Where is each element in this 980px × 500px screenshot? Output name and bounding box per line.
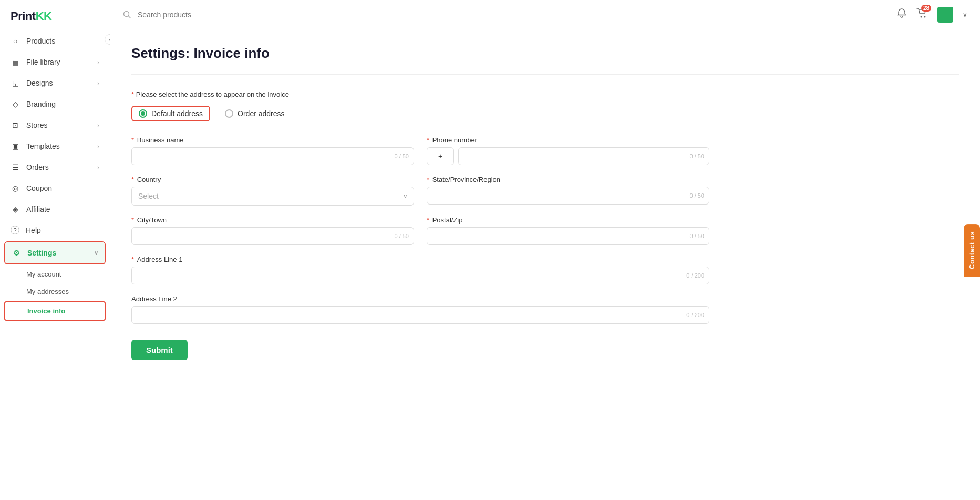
sidebar-label-file-library: File library bbox=[26, 58, 91, 66]
logo: PrintKK bbox=[0, 0, 110, 30]
sidebar-item-stores[interactable]: ⊡ Stores › bbox=[0, 115, 110, 136]
radio-default-address[interactable]: Default address bbox=[131, 106, 210, 121]
designs-icon: ◱ bbox=[11, 78, 20, 88]
order-address-label: Order address bbox=[238, 109, 284, 118]
field-business-name: * Business name 0 / 50 bbox=[131, 136, 414, 165]
address-radio-group: Default address Order address bbox=[131, 106, 709, 121]
phone-input[interactable] bbox=[458, 147, 709, 165]
field-address2: Address Line 2 0 / 200 bbox=[131, 295, 709, 324]
row-country-state: * Country Select ∨ * State/Province/Regi… bbox=[131, 176, 709, 206]
sidebar-label-stores: Stores bbox=[26, 121, 91, 129]
chevron-right-icon: › bbox=[97, 80, 99, 86]
sidebar-label-settings: Settings bbox=[27, 249, 88, 257]
state-label: * State/Province/Region bbox=[427, 176, 709, 183]
coupon-icon: ◎ bbox=[11, 183, 20, 193]
radio-dot-order bbox=[225, 109, 233, 118]
business-name-input[interactable] bbox=[131, 147, 414, 165]
topbar: 28 ∨ bbox=[110, 0, 980, 29]
sidebar-item-templates[interactable]: ▣ Templates › bbox=[0, 136, 110, 157]
main-area: 28 ∨ Settings: Invoice info * Please sel… bbox=[110, 0, 980, 500]
products-icon: ○ bbox=[11, 36, 20, 46]
sidebar-item-coupon[interactable]: ◎ Coupon bbox=[0, 178, 110, 199]
page-title: Settings: Invoice info bbox=[131, 45, 959, 62]
field-phone: * Phone number + 0 / 50 bbox=[427, 136, 709, 165]
address2-counter: 0 / 200 bbox=[686, 312, 704, 318]
logo-kk: KK bbox=[36, 9, 52, 23]
sidebar-label-help: Help bbox=[26, 226, 99, 234]
address2-input[interactable] bbox=[131, 306, 709, 324]
postal-input[interactable] bbox=[427, 227, 709, 245]
sidebar-label-orders: Orders bbox=[26, 163, 91, 171]
row-address2: Address Line 2 0 / 200 bbox=[131, 295, 709, 324]
address1-counter: 0 / 200 bbox=[686, 272, 704, 279]
sidebar-item-products[interactable]: ○ Products bbox=[0, 30, 110, 52]
svg-point-3 bbox=[924, 16, 926, 18]
radio-order-address[interactable]: Order address bbox=[219, 106, 291, 121]
cart-badge: 28 bbox=[921, 5, 931, 12]
phone-label: * Phone number bbox=[427, 136, 709, 144]
sidebar-item-file-library[interactable]: ▤ File library › bbox=[0, 52, 110, 73]
contact-us-button[interactable]: Contact us bbox=[964, 223, 980, 276]
affiliate-icon: ◈ bbox=[11, 205, 20, 214]
city-input[interactable] bbox=[131, 227, 414, 245]
sidebar-label-branding: Branding bbox=[26, 100, 99, 108]
sidebar-subitem-my-account[interactable]: My account bbox=[0, 266, 110, 283]
notification-icon[interactable] bbox=[896, 8, 907, 21]
country-select[interactable]: Select bbox=[131, 187, 414, 206]
sidebar-item-affiliate[interactable]: ◈ Affiliate bbox=[0, 199, 110, 220]
row-business-phone: * Business name 0 / 50 * Phone number + bbox=[131, 136, 709, 165]
svg-point-2 bbox=[921, 16, 922, 18]
city-counter: 0 / 50 bbox=[394, 233, 409, 239]
sidebar-item-branding[interactable]: ◇ Branding bbox=[0, 94, 110, 115]
settings-icon: ⚙ bbox=[12, 248, 21, 258]
file-library-icon: ▤ bbox=[11, 57, 20, 67]
postal-counter: 0 / 50 bbox=[689, 233, 704, 239]
sidebar-item-help[interactable]: ? Help bbox=[0, 220, 110, 240]
address-select-label: * Please select the address to appear on… bbox=[131, 90, 709, 98]
avatar[interactable] bbox=[937, 7, 953, 23]
field-state: * State/Province/Region 0 / 50 bbox=[427, 176, 709, 206]
search-input[interactable] bbox=[138, 11, 463, 19]
row-city-postal: * City/Town 0 / 50 * Postal/Zip 0 / 50 bbox=[131, 216, 709, 245]
orders-icon: ☰ bbox=[11, 162, 20, 172]
country-label: * Country bbox=[131, 176, 414, 183]
sidebar-label-designs: Designs bbox=[26, 79, 91, 87]
invoice-form: * Please select the address to appear on… bbox=[131, 90, 709, 360]
sidebar-subitem-my-addresses[interactable]: My addresses bbox=[0, 283, 110, 300]
chevron-right-icon: › bbox=[97, 164, 99, 170]
sidebar-item-orders[interactable]: ☰ Orders › bbox=[0, 157, 110, 178]
branding-icon: ◇ bbox=[11, 99, 20, 109]
cart-icon[interactable]: 28 bbox=[916, 8, 928, 21]
submit-button[interactable]: Submit bbox=[131, 340, 188, 360]
field-address1: * Address Line 1 0 / 200 bbox=[131, 256, 709, 284]
city-label: * City/Town bbox=[131, 216, 414, 224]
sidebar-label-coupon: Coupon bbox=[26, 184, 99, 192]
chevron-down-icon: ∨ bbox=[94, 250, 98, 257]
chevron-right-icon: › bbox=[97, 59, 99, 65]
state-input[interactable] bbox=[427, 187, 709, 205]
templates-icon: ▣ bbox=[11, 141, 20, 151]
search-icon bbox=[123, 11, 131, 19]
field-city: * City/Town 0 / 50 bbox=[131, 216, 414, 245]
postal-label: * Postal/Zip bbox=[427, 216, 709, 224]
sidebar: PrintKK ‹ ○ Products ▤ File library › ◱ … bbox=[0, 0, 110, 500]
default-address-label: Default address bbox=[151, 109, 203, 118]
address1-label: * Address Line 1 bbox=[131, 256, 709, 263]
phone-prefix: + bbox=[427, 147, 454, 165]
chevron-right-icon: › bbox=[97, 122, 99, 128]
topbar-chevron-icon[interactable]: ∨ bbox=[963, 11, 967, 18]
logo-print: Print bbox=[11, 9, 36, 23]
address2-label: Address Line 2 bbox=[131, 295, 709, 303]
sidebar-subitem-invoice-info[interactable]: Invoice info bbox=[5, 302, 105, 320]
topbar-right: 28 ∨ bbox=[896, 7, 967, 23]
sidebar-item-designs[interactable]: ◱ Designs › bbox=[0, 73, 110, 94]
row-address1: * Address Line 1 0 / 200 bbox=[131, 256, 709, 284]
sidebar-item-settings[interactable]: ⚙ Settings ∨ bbox=[5, 242, 105, 263]
content-area: Settings: Invoice info * Please select t… bbox=[110, 29, 980, 500]
sidebar-label-templates: Templates bbox=[26, 142, 91, 150]
address1-input[interactable] bbox=[131, 267, 709, 284]
business-name-counter: 0 / 50 bbox=[394, 153, 409, 159]
phone-counter: 0 / 50 bbox=[689, 153, 704, 159]
state-counter: 0 / 50 bbox=[689, 192, 704, 199]
sidebar-label-affiliate: Affiliate bbox=[26, 205, 99, 213]
